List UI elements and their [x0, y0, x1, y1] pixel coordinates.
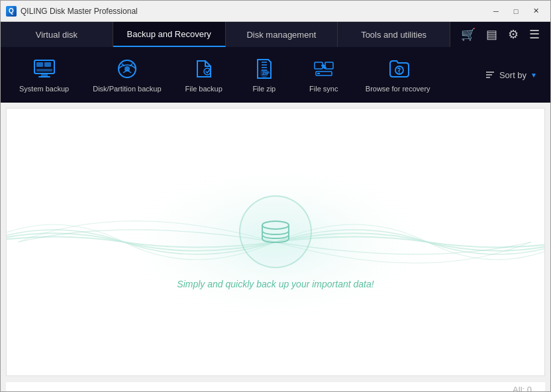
svg-rect-3 — [36, 69, 52, 72]
svg-point-27 — [262, 221, 289, 229]
browse-recovery-icon — [385, 56, 411, 81]
window-controls: ─ □ ✕ — [487, 5, 545, 18]
tab-disk-management[interactable]: Disk management — [226, 22, 338, 47]
svg-rect-19 — [317, 73, 320, 74]
list-icon[interactable]: ▤ — [482, 26, 501, 43]
system-backup-label: System backup — [19, 84, 69, 93]
tab-tools-utilities[interactable]: Tools and utilities — [338, 22, 450, 47]
close-button[interactable]: ✕ — [526, 5, 545, 18]
disk-partition-icon — [115, 56, 140, 81]
content-area: Simply and quickly back up your importan… — [6, 108, 545, 376]
app-title: QILING Disk Master Professional — [21, 7, 487, 16]
browse-recovery-label: Browse for recovery — [366, 84, 430, 93]
all-count: 0 — [527, 385, 532, 392]
file-backup-button[interactable]: File backup — [174, 52, 234, 97]
file-zip-label: File zip — [252, 84, 276, 93]
footer: All: 0 — [6, 381, 545, 392]
center-content: Simply and quickly back up your importan… — [177, 195, 374, 289]
settings-icon[interactable]: ⚙ — [504, 26, 523, 43]
toolbar-items: System backup Disk/Partition backup — [7, 52, 478, 97]
tab-virtual-disk[interactable]: Virtual disk — [1, 22, 113, 47]
title-bar: Q QILING Disk Master Professional ─ □ ✕ — [1, 1, 550, 22]
svg-rect-4 — [41, 74, 48, 76]
tagline: Simply and quickly back up your importan… — [177, 279, 374, 289]
app-icon: Q — [6, 6, 17, 17]
all-label: All: — [513, 385, 525, 392]
sort-by-dropdown-icon: ▼ — [530, 72, 537, 79]
minimize-button[interactable]: ─ — [487, 5, 505, 18]
file-backup-label: File backup — [185, 84, 223, 93]
svg-point-21 — [399, 72, 400, 74]
system-backup-icon — [32, 56, 57, 81]
disk-partition-backup-button[interactable]: Disk/Partition backup — [81, 52, 173, 97]
sort-by-button[interactable]: Sort by ▼ — [478, 66, 544, 84]
file-zip-icon: ZIP — [252, 56, 277, 81]
svg-rect-2 — [44, 62, 51, 67]
tab-backup-recovery[interactable]: Backup and Recovery — [113, 22, 226, 47]
svg-rect-1 — [36, 62, 43, 67]
disk-partition-label: Disk/Partition backup — [93, 84, 161, 93]
maximize-button[interactable]: □ — [507, 5, 525, 18]
sort-by-label: Sort by — [499, 70, 526, 80]
cart-icon[interactable]: 🛒 — [457, 26, 479, 43]
svg-point-10 — [204, 68, 211, 75]
file-backup-icon — [191, 56, 217, 81]
file-sync-icon — [311, 56, 336, 81]
file-sync-button[interactable]: File sync — [294, 52, 354, 97]
main-nav: Virtual disk Backup and Recovery Disk ma… — [1, 22, 550, 47]
svg-rect-5 — [38, 76, 50, 77]
system-backup-button[interactable]: System backup — [7, 52, 81, 97]
toolbar: System backup Disk/Partition backup — [1, 47, 550, 103]
menu-icon[interactable]: ☰ — [525, 26, 544, 43]
stack-icon-circle — [239, 195, 312, 268]
browse-recovery-button[interactable]: Browse for recovery — [354, 52, 442, 97]
file-zip-button[interactable]: ZIP File zip — [234, 52, 294, 97]
svg-text:ZIP: ZIP — [262, 71, 270, 75]
file-sync-label: File sync — [309, 84, 338, 93]
